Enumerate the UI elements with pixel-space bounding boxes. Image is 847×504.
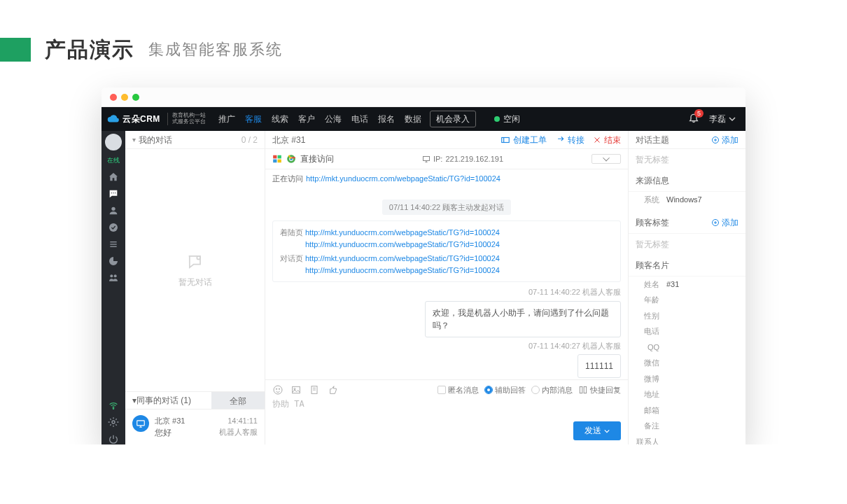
plus-circle-icon (711, 218, 720, 227)
peer-header-toggle[interactable]: ▾ 同事的对话 (1) (125, 394, 211, 407)
peer-tab-all[interactable]: 全部 (211, 392, 265, 409)
bot-bubble-2: 111111 (578, 354, 621, 378)
topic-add-button[interactable]: 添加 (711, 134, 738, 146)
internal-radio[interactable]: 内部消息 (531, 384, 573, 396)
quick-reply-button[interactable]: 快捷回复 (578, 384, 621, 396)
dialog-link-1[interactable]: http://mkt.yunduocrm.com/webpageStatic/T… (305, 253, 613, 265)
record-opportunity-button[interactable]: 机会录入 (430, 111, 476, 127)
empty-state: 暂无对话 (125, 149, 265, 391)
card-row[interactable]: 年龄 (629, 292, 746, 308)
svg-point-3 (111, 206, 115, 210)
check-icon[interactable] (108, 222, 119, 233)
nav-service[interactable]: 客服 (245, 113, 262, 125)
visiting-url[interactable]: http://mkt.yunduocrm.com/webpageStatic/T… (306, 173, 500, 185)
conversation-item[interactable]: 北京 #31 您好 14:41:11 机器人客服 (125, 410, 265, 445)
app-body: 在线 ▾ 我的对话 0 / 2 暂无对话 (102, 131, 746, 444)
card-row[interactable]: 微博 (629, 371, 746, 387)
landing-link-1[interactable]: http://mkt.yunduocrm.com/webpageStatic/T… (305, 227, 613, 239)
power-icon[interactable] (108, 433, 119, 444)
user-menu[interactable]: 李磊 (709, 113, 736, 125)
nav-data[interactable]: 数据 (405, 113, 421, 125)
conv-source: 机器人客服 (219, 426, 258, 438)
group-icon[interactable] (108, 272, 119, 284)
svg-rect-18 (278, 160, 281, 163)
my-conv-count: 0 / 2 (241, 134, 258, 146)
column-icon (578, 385, 588, 395)
card-row[interactable]: 电话 (629, 323, 746, 340)
card-row[interactable]: 地址 (629, 386, 746, 402)
no-customer-tag: 暂无标签 (629, 234, 746, 255)
notifications-button[interactable]: 5 (688, 112, 699, 127)
zoom-dot[interactable] (132, 94, 139, 101)
emoji-icon[interactable] (272, 384, 284, 396)
nav-promo[interactable]: 推广 (218, 113, 235, 125)
card-row[interactable]: 联系人 (629, 434, 746, 445)
message-input[interactable] (272, 398, 621, 415)
card-row[interactable]: 邮箱 (629, 402, 746, 419)
notif-badge: 5 (694, 109, 704, 118)
card-row[interactable]: 微信 (629, 355, 746, 371)
dialog-link-2[interactable]: http://mkt.yunduocrm.com/webpageStatic/T… (305, 265, 613, 276)
assist-radio[interactable]: 辅助回答 (484, 384, 526, 396)
card-row[interactable]: 备注 (629, 418, 746, 434)
menu-icon[interactable] (108, 239, 119, 250)
nav-pool[interactable]: 公海 (325, 113, 342, 125)
nav-phone[interactable]: 电话 (351, 113, 368, 125)
close-dot[interactable] (110, 94, 117, 101)
svg-rect-5 (110, 241, 116, 242)
kv-system: 系统Windows7 (629, 192, 746, 208)
tags-add-button[interactable]: 添加 (711, 216, 738, 229)
empty-text: 暂无对话 (178, 276, 212, 288)
peer-conversations-header: ▾ 同事的对话 (1) 全部 (125, 391, 265, 410)
svg-rect-22 (423, 157, 429, 161)
avatar[interactable] (105, 134, 122, 150)
user-icon[interactable] (108, 205, 119, 216)
top-nav: 云朵CRM 教育机构一站式服务云平台 推广 客服 线索 客户 公海 电话 报名 … (102, 107, 746, 131)
svg-point-25 (279, 388, 279, 389)
wifi-icon[interactable] (108, 400, 119, 411)
app-window: 云朵CRM 教育机构一站式服务云平台 推广 客服 线索 客户 公海 电话 报名 … (102, 88, 746, 444)
brand-logo[interactable]: 云朵CRM 教育机构一站式服务云平台 (107, 113, 206, 125)
end-button[interactable]: 结束 (593, 134, 621, 146)
idle-status[interactable]: 空闲 (494, 113, 520, 125)
nav-leads[interactable]: 线索 (272, 113, 288, 125)
create-ticket-button[interactable]: 创建工单 (500, 134, 547, 146)
landing-link-2[interactable]: http://mkt.yunduocrm.com/webpageStatic/T… (305, 239, 613, 251)
bot-bubble-1: 欢迎，我是机器人小助手，请问遇到了什么问题吗？ (425, 301, 621, 337)
svg-point-8 (110, 274, 113, 277)
transfer-icon (555, 135, 565, 145)
attachment-icon[interactable] (309, 384, 320, 396)
my-conversations-header[interactable]: ▾ 我的对话 0 / 2 (125, 131, 265, 149)
chat-header: 北京 #31 创建工单 转接 结束 (265, 131, 628, 149)
anon-checkbox[interactable]: 匿名消息 (438, 384, 479, 396)
chevron-down-icon (604, 428, 610, 434)
gear-icon[interactable] (108, 416, 119, 428)
msg-meta-2: 07-11 14:40:27 机器人客服 (272, 340, 621, 352)
svg-point-10 (113, 408, 113, 409)
svg-point-9 (114, 274, 117, 277)
image-icon[interactable] (290, 384, 302, 396)
empty-icon (186, 252, 205, 272)
chat-title: 北京 #31 (272, 134, 305, 146)
thumbs-up-icon[interactable] (327, 384, 338, 396)
home-icon[interactable] (108, 172, 119, 183)
pages-card: 着陆页http://mkt.yunduocrm.com/webpageStati… (272, 220, 621, 282)
chat-scroll[interactable]: 07/11 14:40:22 顾客主动发起对话 着陆页http://mkt.yu… (265, 188, 628, 379)
transfer-button[interactable]: 转接 (555, 134, 584, 146)
card-row[interactable]: 性别 (629, 308, 746, 324)
svg-rect-16 (278, 155, 281, 159)
chat-icon[interactable] (108, 188, 119, 200)
send-button[interactable]: 发送 (573, 421, 621, 440)
card-row[interactable]: QQ (629, 340, 746, 356)
chrome-icon (286, 154, 296, 164)
expand-toggle[interactable] (592, 154, 621, 164)
svg-rect-14 (502, 137, 510, 142)
svg-rect-6 (110, 244, 116, 244)
minimize-dot[interactable] (121, 94, 128, 101)
svg-rect-17 (273, 160, 276, 163)
stats-icon[interactable] (108, 255, 119, 267)
card-row[interactable]: 姓名#31 (629, 276, 746, 293)
nav-signup[interactable]: 报名 (378, 113, 395, 125)
nav-customers[interactable]: 客户 (298, 113, 315, 125)
svg-point-12 (197, 256, 200, 260)
